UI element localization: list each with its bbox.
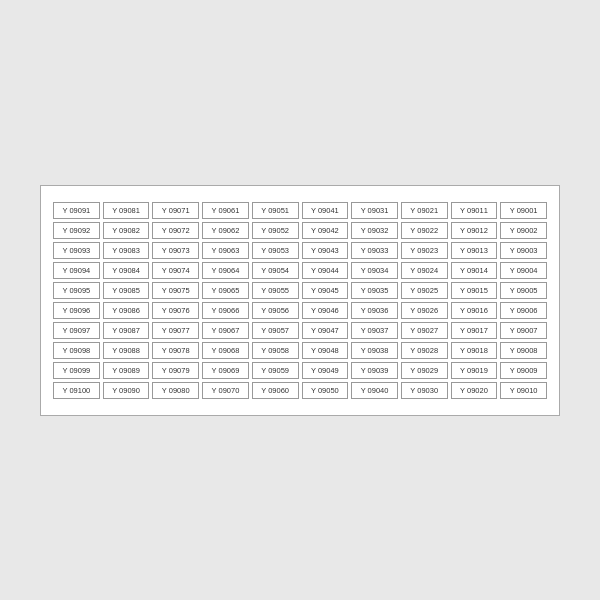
label-cell: Y 09027 bbox=[401, 322, 448, 339]
label-cell: Y 09037 bbox=[351, 322, 398, 339]
label-cell: Y 09075 bbox=[152, 282, 199, 299]
label-cell: Y 09076 bbox=[152, 302, 199, 319]
label-cell: Y 09061 bbox=[202, 202, 249, 219]
label-cell: Y 09039 bbox=[351, 362, 398, 379]
label-cell: Y 09051 bbox=[252, 202, 299, 219]
label-cell: Y 09028 bbox=[401, 342, 448, 359]
label-cell: Y 09090 bbox=[103, 382, 150, 399]
label-cell: Y 09029 bbox=[401, 362, 448, 379]
label-cell: Y 09043 bbox=[302, 242, 349, 259]
label-cell: Y 09058 bbox=[252, 342, 299, 359]
label-cell: Y 09072 bbox=[152, 222, 199, 239]
label-cell: Y 09004 bbox=[500, 262, 547, 279]
label-cell: Y 09033 bbox=[351, 242, 398, 259]
label-cell: Y 09094 bbox=[53, 262, 100, 279]
label-cell: Y 09087 bbox=[103, 322, 150, 339]
label-cell: Y 09081 bbox=[103, 202, 150, 219]
label-cell: Y 09060 bbox=[252, 382, 299, 399]
label-cell: Y 09078 bbox=[152, 342, 199, 359]
label-cell: Y 09048 bbox=[302, 342, 349, 359]
label-cell: Y 09056 bbox=[252, 302, 299, 319]
label-cell: Y 09038 bbox=[351, 342, 398, 359]
label-cell: Y 09068 bbox=[202, 342, 249, 359]
label-cell: Y 09095 bbox=[53, 282, 100, 299]
label-cell: Y 09089 bbox=[103, 362, 150, 379]
label-cell: Y 09044 bbox=[302, 262, 349, 279]
label-cell: Y 09032 bbox=[351, 222, 398, 239]
label-cell: Y 09015 bbox=[451, 282, 498, 299]
label-cell: Y 09063 bbox=[202, 242, 249, 259]
label-cell: Y 09046 bbox=[302, 302, 349, 319]
label-cell: Y 09069 bbox=[202, 362, 249, 379]
label-cell: Y 09018 bbox=[451, 342, 498, 359]
label-cell: Y 09010 bbox=[500, 382, 547, 399]
label-cell: Y 09077 bbox=[152, 322, 199, 339]
label-cell: Y 09016 bbox=[451, 302, 498, 319]
label-cell: Y 09006 bbox=[500, 302, 547, 319]
label-cell: Y 09057 bbox=[252, 322, 299, 339]
label-cell: Y 09035 bbox=[351, 282, 398, 299]
label-cell: Y 09020 bbox=[451, 382, 498, 399]
label-cell: Y 09098 bbox=[53, 342, 100, 359]
label-cell: Y 09064 bbox=[202, 262, 249, 279]
label-cell: Y 09091 bbox=[53, 202, 100, 219]
label-cell: Y 09017 bbox=[451, 322, 498, 339]
label-cell: Y 09034 bbox=[351, 262, 398, 279]
label-cell: Y 09085 bbox=[103, 282, 150, 299]
label-cell: Y 09045 bbox=[302, 282, 349, 299]
label-cell: Y 09050 bbox=[302, 382, 349, 399]
label-cell: Y 09084 bbox=[103, 262, 150, 279]
label-cell: Y 09099 bbox=[53, 362, 100, 379]
label-cell: Y 09066 bbox=[202, 302, 249, 319]
label-cell: Y 09031 bbox=[351, 202, 398, 219]
label-cell: Y 09049 bbox=[302, 362, 349, 379]
label-cell: Y 09047 bbox=[302, 322, 349, 339]
label-cell: Y 09074 bbox=[152, 262, 199, 279]
label-cell: Y 09093 bbox=[53, 242, 100, 259]
label-cell: Y 09088 bbox=[103, 342, 150, 359]
label-cell: Y 09054 bbox=[252, 262, 299, 279]
label-cell: Y 09062 bbox=[202, 222, 249, 239]
label-cell: Y 09003 bbox=[500, 242, 547, 259]
label-cell: Y 09052 bbox=[252, 222, 299, 239]
label-cell: Y 09019 bbox=[451, 362, 498, 379]
label-cell: Y 09092 bbox=[53, 222, 100, 239]
main-card: Y 09091Y 09081Y 09071Y 09061Y 09051Y 090… bbox=[40, 185, 560, 416]
label-cell: Y 09071 bbox=[152, 202, 199, 219]
label-cell: Y 09007 bbox=[500, 322, 547, 339]
label-cell: Y 09086 bbox=[103, 302, 150, 319]
label-cell: Y 09005 bbox=[500, 282, 547, 299]
label-cell: Y 09025 bbox=[401, 282, 448, 299]
label-cell: Y 09083 bbox=[103, 242, 150, 259]
label-cell: Y 09079 bbox=[152, 362, 199, 379]
label-cell: Y 09059 bbox=[252, 362, 299, 379]
label-cell: Y 09036 bbox=[351, 302, 398, 319]
label-cell: Y 09040 bbox=[351, 382, 398, 399]
label-cell: Y 09001 bbox=[500, 202, 547, 219]
label-cell: Y 09013 bbox=[451, 242, 498, 259]
label-cell: Y 09014 bbox=[451, 262, 498, 279]
label-cell: Y 09053 bbox=[252, 242, 299, 259]
label-cell: Y 09002 bbox=[500, 222, 547, 239]
label-cell: Y 09055 bbox=[252, 282, 299, 299]
label-cell: Y 09082 bbox=[103, 222, 150, 239]
label-cell: Y 09073 bbox=[152, 242, 199, 259]
label-cell: Y 09012 bbox=[451, 222, 498, 239]
label-cell: Y 09008 bbox=[500, 342, 547, 359]
label-grid: Y 09091Y 09081Y 09071Y 09061Y 09051Y 090… bbox=[53, 202, 547, 399]
label-cell: Y 09080 bbox=[152, 382, 199, 399]
label-cell: Y 09030 bbox=[401, 382, 448, 399]
label-cell: Y 09026 bbox=[401, 302, 448, 319]
label-cell: Y 09021 bbox=[401, 202, 448, 219]
label-cell: Y 09096 bbox=[53, 302, 100, 319]
label-cell: Y 09070 bbox=[202, 382, 249, 399]
label-cell: Y 09009 bbox=[500, 362, 547, 379]
label-cell: Y 09011 bbox=[451, 202, 498, 219]
label-cell: Y 09022 bbox=[401, 222, 448, 239]
label-cell: Y 09024 bbox=[401, 262, 448, 279]
label-cell: Y 09042 bbox=[302, 222, 349, 239]
label-cell: Y 09041 bbox=[302, 202, 349, 219]
label-cell: Y 09023 bbox=[401, 242, 448, 259]
label-cell: Y 09097 bbox=[53, 322, 100, 339]
label-cell: Y 09065 bbox=[202, 282, 249, 299]
